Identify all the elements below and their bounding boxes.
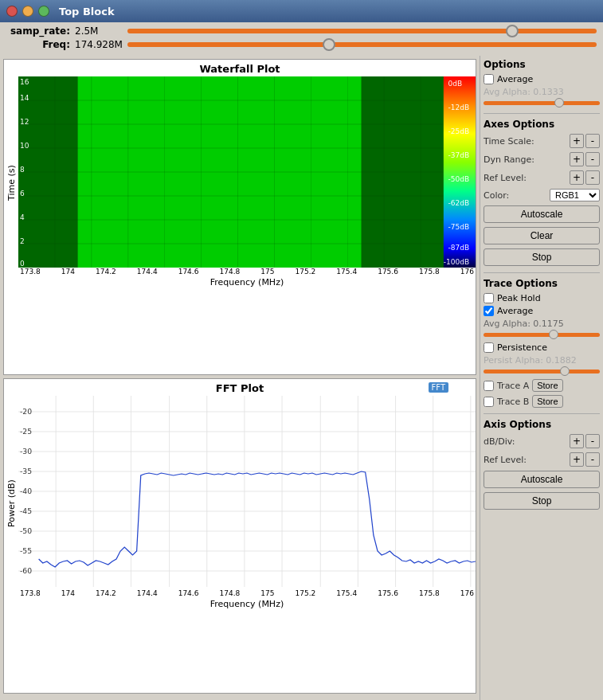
- time-scale-minus[interactable]: -: [585, 134, 600, 148]
- trace-a-store-button[interactable]: Store: [532, 379, 562, 392]
- avg-alpha-thumb[interactable]: [554, 98, 564, 108]
- average-checkbox-row[interactable]: Average: [484, 74, 600, 84]
- trace-a-checkbox[interactable]: [484, 381, 494, 391]
- db-div-minus[interactable]: -: [585, 434, 600, 448]
- samp-rate-slider[interactable]: [127, 29, 597, 33]
- divider-2: [484, 272, 600, 273]
- avg-alpha-label: Avg Alpha: 0.1333: [484, 87, 600, 97]
- fft-title-row: FFT Plot FFT: [4, 379, 476, 396]
- svg-text:-45: -45: [20, 507, 32, 515]
- fft-inner: -20 -25 -30 -35 -40 -45 -50 -55 -60: [18, 396, 476, 611]
- maximize-button[interactable]: [38, 6, 49, 17]
- persist-alpha-thumb[interactable]: [560, 366, 570, 376]
- waterfall-plot-container: Waterfall Plot Time (s): [3, 59, 476, 375]
- fft-y-axis-label: Power (dB): [4, 396, 18, 611]
- svg-text:12: 12: [20, 118, 29, 126]
- persistence-checkbox[interactable]: [484, 342, 494, 353]
- stop-button-fft[interactable]: Stop: [484, 492, 600, 510]
- svg-text:0: 0: [20, 260, 25, 268]
- trace-b-store-button[interactable]: Store: [532, 395, 562, 408]
- window-title: Top Block: [59, 6, 115, 18]
- autoscale-button-waterfall[interactable]: Autoscale: [484, 205, 600, 223]
- fft-ref-level-plus[interactable]: +: [570, 452, 584, 467]
- color-row: Color: RGB1 RGB2 Plasma: [484, 189, 600, 201]
- axis-options-title: Axis Options: [484, 419, 600, 430]
- main-container: samp_rate: 2.5M Freq: 174.928M Waterfall…: [0, 22, 603, 700]
- time-scale-row: Time Scale: + -: [484, 134, 600, 148]
- waterfall-svg: 0 2 4 6 8 10 12 14 16: [18, 76, 476, 268]
- dyn-range-row: Dyn Range: + -: [484, 152, 600, 166]
- fft-badge: FFT: [429, 382, 448, 393]
- dyn-range-plus[interactable]: +: [570, 152, 584, 166]
- plots-area: Waterfall Plot Time (s): [0, 56, 480, 700]
- freq-slider[interactable]: [127, 42, 597, 47]
- freq-thumb[interactable]: [323, 38, 335, 51]
- fft-plot-area: Power (dB): [4, 396, 476, 611]
- fft-x-label: Frequency (MHz): [18, 597, 476, 611]
- samp-rate-thumb[interactable]: [506, 25, 519, 37]
- trace-options-title: Trace Options: [484, 278, 600, 289]
- db-div-row: dB/Div: + -: [484, 434, 600, 448]
- time-scale-plus[interactable]: +: [570, 134, 584, 148]
- ref-level-row: Ref Level: + -: [484, 170, 600, 185]
- svg-text:-37dB: -37dB: [448, 151, 470, 159]
- fft-ref-level-buttons: + -: [570, 452, 600, 467]
- controls-area: samp_rate: 2.5M Freq: 174.928M: [0, 22, 603, 56]
- average-label: Average: [497, 74, 533, 84]
- db-div-buttons: + -: [570, 434, 600, 448]
- waterfall-y-axis-label: Time (s): [4, 76, 18, 289]
- trace-a-row: Trace A Store: [484, 379, 600, 392]
- peak-hold-checkbox[interactable]: [484, 293, 494, 303]
- ref-level-plus[interactable]: +: [570, 170, 584, 185]
- right-panel: Options Average Avg Alpha: 0.1333 Axes O…: [480, 56, 603, 700]
- svg-text:-12dB: -12dB: [448, 104, 470, 111]
- fft-x-ticks: 173.8 174 174.2 174.4 174.6 174.8 175 17…: [18, 589, 476, 597]
- svg-text:-87dB: -87dB: [448, 244, 470, 252]
- trace-average-checkbox[interactable]: [484, 306, 494, 316]
- svg-text:-75dB: -75dB: [448, 223, 470, 231]
- svg-text:-50: -50: [20, 527, 32, 535]
- dyn-range-minus[interactable]: -: [585, 152, 600, 166]
- svg-text:-25: -25: [20, 428, 32, 436]
- waterfall-x-label: Frequency (MHz): [18, 276, 476, 289]
- trace-avg-alpha-slider[interactable]: [484, 333, 600, 337]
- options-title: Options: [484, 59, 600, 70]
- average-checkbox[interactable]: [484, 74, 494, 84]
- trace-avg-alpha-thumb[interactable]: [549, 330, 558, 339]
- autoscale-button-fft[interactable]: Autoscale: [484, 471, 600, 488]
- svg-text:0dB: 0dB: [448, 80, 463, 88]
- waterfall-inner: 0 2 4 6 8 10 12 14 16: [18, 76, 476, 289]
- time-scale-buttons: + -: [570, 134, 600, 148]
- db-div-plus[interactable]: +: [570, 434, 584, 448]
- clear-button[interactable]: Clear: [484, 227, 600, 244]
- fft-title: FFT Plot: [4, 379, 476, 396]
- samp-rate-row: samp_rate: 2.5M: [6, 25, 597, 37]
- samp-rate-value: 2.5M: [75, 25, 123, 37]
- svg-text:6: 6: [20, 190, 25, 197]
- fft-ref-level-minus[interactable]: -: [585, 452, 600, 467]
- trace-b-checkbox[interactable]: [484, 397, 494, 407]
- svg-text:-25dB: -25dB: [448, 127, 470, 135]
- ref-level-label: Ref Level:: [484, 173, 527, 183]
- trace-avg-alpha-label: Avg Alpha: 0.1175: [484, 319, 600, 329]
- fft-ref-level-label: Ref Level:: [484, 455, 527, 465]
- db-div-label: dB/Div:: [484, 436, 515, 447]
- ref-level-minus[interactable]: -: [585, 170, 600, 185]
- freq-label: Freq:: [6, 39, 70, 50]
- svg-text:-60: -60: [20, 567, 32, 575]
- dyn-range-buttons: + -: [570, 152, 600, 166]
- fft-plot-container: FFT Plot FFT Power (dB): [3, 378, 476, 694]
- close-button[interactable]: [6, 6, 18, 17]
- minimize-button[interactable]: [22, 6, 33, 17]
- peak-hold-row[interactable]: Peak Hold: [484, 293, 600, 303]
- trace-average-label: Average: [497, 306, 533, 316]
- trace-average-row[interactable]: Average: [484, 306, 600, 316]
- avg-alpha-slider[interactable]: [484, 101, 600, 105]
- stop-button-waterfall[interactable]: Stop: [484, 248, 600, 266]
- peak-hold-label: Peak Hold: [497, 293, 541, 303]
- color-select[interactable]: RGB1 RGB2 Plasma: [550, 189, 600, 201]
- persistence-row[interactable]: Persistence: [484, 342, 600, 353]
- freq-value: 174.928M: [75, 39, 123, 50]
- waterfall-x-ticks: 173.8 174 174.2 174.4 174.6 174.8 175 17…: [18, 268, 476, 276]
- persist-alpha-slider[interactable]: [484, 370, 600, 373]
